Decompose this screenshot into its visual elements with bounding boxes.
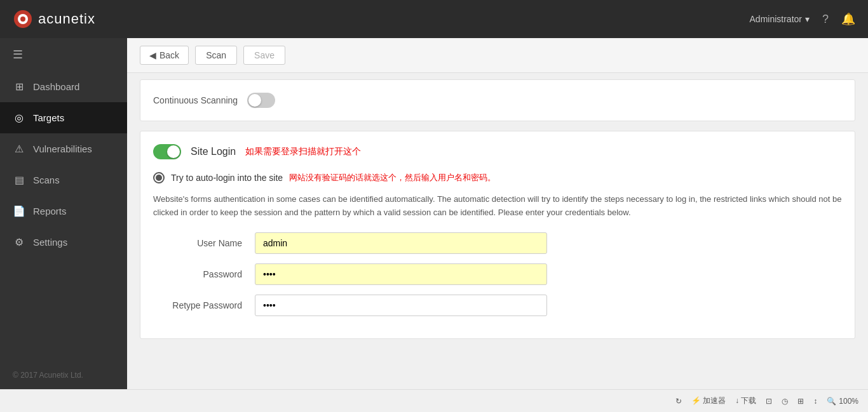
taskbar-refresh[interactable]: ↻: [675, 397, 682, 406]
back-arrow-icon: ◀: [149, 50, 156, 60]
description-text: Website's forms authentication in some c…: [153, 193, 842, 220]
bell-icon[interactable]: 🔔: [841, 12, 855, 26]
main-layout: ☰ ⊞ Dashboard ◎ Targets ⚠ Vulnerabilitie…: [0, 38, 868, 389]
continuous-scanning-row: Continuous Scanning: [153, 93, 842, 108]
auto-login-radio[interactable]: [153, 172, 165, 183]
scans-icon: ▤: [13, 174, 25, 186]
taskbar-download[interactable]: ↓ 下载: [735, 395, 756, 406]
taskbar-accelerator[interactable]: ⚡ 加速器: [691, 395, 726, 406]
password-input[interactable]: [255, 263, 547, 285]
header: acunetix Administrator ▾ ? 🔔: [0, 0, 868, 38]
help-icon[interactable]: ?: [822, 13, 829, 26]
sidebar-item-reports[interactable]: 📄 Reports: [0, 196, 127, 227]
continuous-scanning-card: Continuous Scanning: [140, 79, 855, 121]
vulnerabilities-icon: ⚠: [13, 143, 25, 155]
logo-text: acunetix: [38, 11, 95, 27]
auto-login-label: Try to auto-login into the site: [171, 173, 283, 183]
logo-icon: [13, 9, 33, 29]
site-login-hint: 如果需要登录扫描就打开这个: [245, 146, 361, 157]
svg-point-2: [20, 17, 25, 22]
toolbar: ◀ Back Scan Save: [127, 38, 868, 73]
back-button[interactable]: ◀ Back: [140, 46, 189, 65]
toggle-knob: [248, 94, 261, 107]
sidebar-item-vulnerabilities[interactable]: ⚠ Vulnerabilities: [0, 133, 127, 164]
username-label: User Name: [153, 238, 255, 248]
retype-password-input[interactable]: [255, 295, 547, 316]
site-login-title: Site Login: [191, 146, 236, 157]
site-login-card: Site Login 如果需要登录扫描就打开这个 Try to auto-log…: [140, 131, 855, 339]
password-row: Password: [153, 263, 842, 285]
taskbar-btn4[interactable]: ↕: [813, 397, 817, 406]
targets-icon: ◎: [13, 112, 25, 124]
scroll-area[interactable]: Continuous Scanning Site Login 如果需要登录扫描就…: [127, 73, 868, 389]
continuous-scanning-label: Continuous Scanning: [153, 95, 238, 105]
taskbar-zoom[interactable]: 🔍 100%: [827, 397, 858, 406]
auto-login-radio-row: Try to auto-login into the site 网站没有验证码的…: [153, 172, 842, 183]
site-login-toggle-knob: [167, 145, 180, 158]
password-label: Password: [153, 269, 255, 279]
sidebar-item-targets[interactable]: ◎ Targets: [0, 102, 127, 133]
admin-dropdown[interactable]: Administrator ▾: [750, 14, 810, 24]
username-row: User Name: [153, 232, 842, 254]
header-right: Administrator ▾ ? 🔔: [750, 12, 855, 26]
reports-icon: 📄: [13, 205, 25, 217]
sidebar-footer: © 2017 Acunetix Ltd.: [0, 361, 127, 389]
sidebar-item-dashboard[interactable]: ⊞ Dashboard: [0, 71, 127, 102]
dashboard-icon: ⊞: [13, 81, 25, 93]
content-area: ◀ Back Scan Save Continuous Scanning: [127, 38, 868, 389]
scan-button[interactable]: Scan: [195, 46, 237, 65]
taskbar-btn1[interactable]: ⊡: [766, 397, 772, 406]
sidebar-item-scans[interactable]: ▤ Scans: [0, 164, 127, 196]
taskbar: ↻ ⚡ 加速器 ↓ 下载 ⊡ ◷ ⊞ ↕ 🔍 100%: [0, 389, 868, 412]
site-login-header: Site Login 如果需要登录扫描就打开这个: [153, 144, 842, 159]
logo: acunetix: [13, 9, 95, 29]
sidebar-item-settings[interactable]: ⚙ Settings: [0, 227, 127, 258]
taskbar-btn2[interactable]: ◷: [782, 397, 788, 406]
sidebar: ☰ ⊞ Dashboard ◎ Targets ⚠ Vulnerabilitie…: [0, 38, 127, 389]
save-button[interactable]: Save: [243, 46, 285, 65]
retype-password-label: Retype Password: [153, 300, 255, 310]
site-login-toggle[interactable]: [153, 144, 181, 159]
username-input[interactable]: [255, 232, 547, 254]
continuous-scanning-toggle[interactable]: [247, 93, 275, 108]
settings-icon: ⚙: [13, 236, 25, 248]
retype-password-row: Retype Password: [153, 295, 842, 316]
taskbar-btn3[interactable]: ⊞: [797, 397, 804, 406]
auto-login-hint: 网站没有验证码的话就选这个，然后输入用户名和密码。: [289, 172, 496, 183]
sidebar-menu-icon[interactable]: ☰: [0, 38, 127, 71]
